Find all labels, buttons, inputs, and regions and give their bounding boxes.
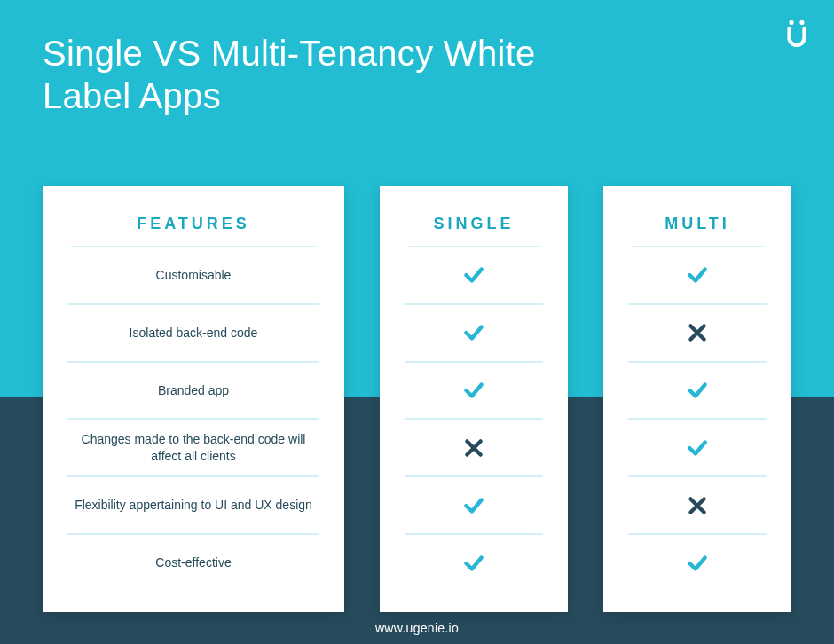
feature-row: Flexibility appertaining to UI and UX de… — [67, 477, 319, 535]
multi-rows — [628, 247, 767, 591]
check-icon — [462, 552, 485, 575]
check-icon — [686, 436, 709, 459]
feature-row: Branded app — [67, 363, 319, 420]
feature-row: Isolated back-end code — [67, 305, 319, 363]
check-icon — [462, 494, 485, 517]
cross-icon — [686, 321, 709, 344]
single-cell — [405, 363, 543, 420]
single-rows — [405, 247, 543, 591]
single-column: SINGLE — [380, 186, 568, 612]
check-icon — [686, 379, 709, 402]
comparison-table: FEATURES Customisable Isolated back-end … — [43, 186, 791, 612]
single-cell — [405, 420, 543, 477]
multi-cell — [628, 477, 767, 535]
check-icon — [686, 552, 709, 575]
svg-point-0 — [790, 20, 794, 25]
check-icon — [462, 263, 485, 287]
single-cell — [405, 535, 543, 591]
check-icon — [686, 263, 709, 287]
check-icon — [462, 321, 485, 344]
feature-row: Changes made to the back-end code will a… — [67, 420, 319, 477]
multi-cell — [628, 305, 767, 363]
svg-point-1 — [799, 20, 804, 25]
multi-header: MULTI — [628, 215, 767, 246]
brand-logo-icon — [784, 20, 809, 50]
feature-row: Cost-effective — [67, 535, 319, 591]
single-cell — [405, 247, 543, 305]
footer-url: www.ugenie.io — [0, 621, 834, 635]
feature-row: Customisable — [67, 247, 319, 305]
features-rows: Customisable Isolated back-end code Bran… — [67, 247, 319, 591]
multi-column: MULTI — [603, 186, 791, 612]
features-header: FEATURES — [67, 215, 319, 246]
check-icon — [462, 379, 485, 402]
cross-icon — [462, 436, 485, 459]
cross-icon — [686, 494, 709, 517]
multi-cell — [628, 535, 767, 591]
features-column: FEATURES Customisable Isolated back-end … — [43, 186, 344, 612]
single-cell — [405, 305, 543, 363]
multi-cell — [628, 363, 767, 420]
multi-cell — [628, 247, 767, 305]
single-cell — [405, 477, 543, 535]
multi-cell — [628, 420, 767, 477]
single-header: SINGLE — [405, 215, 543, 246]
page-title: Single VS Multi-Tenancy White Label Apps — [43, 32, 619, 117]
